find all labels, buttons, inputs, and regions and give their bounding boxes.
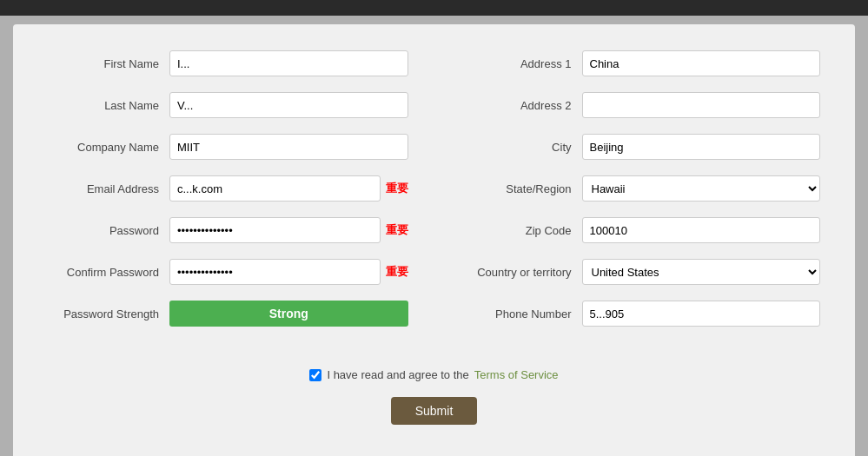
email-input-wrapper: 重要: [169, 175, 408, 202]
confirm-password-badge: 重要: [386, 264, 408, 280]
terms-of-service-link[interactable]: Terms of Service: [474, 368, 559, 381]
phone-number-input[interactable]: [582, 301, 821, 327]
row-address1: Address 1: [461, 50, 821, 76]
email-address-input[interactable]: [169, 175, 381, 202]
confirm-password-input-wrapper: 重要: [169, 259, 408, 285]
row-password-strength: Password Strength Strong: [48, 301, 408, 327]
submit-button[interactable]: Submit: [391, 397, 478, 425]
zip-code-input[interactable]: [582, 217, 821, 243]
company-name-input[interactable]: [169, 134, 408, 160]
row-company-name: Company Name: [48, 134, 408, 160]
label-address1: Address 1: [461, 57, 582, 70]
label-confirm-password: Confirm Password: [48, 266, 169, 279]
password-input[interactable]: [169, 217, 381, 243]
label-city: City: [461, 141, 582, 154]
form-left: First Name Last Name Company Name Email …: [48, 50, 408, 342]
label-password-strength: Password Strength: [48, 307, 169, 321]
row-country: Country or territory United States China…: [461, 259, 821, 285]
submit-button-label: Submit: [415, 404, 454, 418]
label-state-region: State/Region: [461, 182, 582, 195]
row-phone-number: Phone Number: [461, 301, 821, 327]
row-state-region: State/Region Hawaii California New York …: [461, 175, 821, 202]
confirm-password-input[interactable]: [169, 259, 381, 285]
city-input[interactable]: [582, 134, 821, 160]
password-strength-text: Strong: [269, 307, 308, 321]
address1-input[interactable]: [582, 50, 821, 76]
first-name-input[interactable]: [169, 50, 408, 76]
form-right: Address 1 Address 2 City State/Region Ha…: [461, 50, 821, 342]
label-address2: Address 2: [461, 99, 582, 112]
last-name-input[interactable]: [169, 92, 408, 118]
row-confirm-password: Confirm Password 重要: [48, 259, 408, 285]
email-badge: 重要: [386, 181, 408, 196]
label-last-name: Last Name: [48, 99, 169, 112]
label-password: Password: [48, 224, 169, 237]
terms-row: I have read and agree to the Terms of Se…: [309, 368, 558, 381]
state-region-select[interactable]: Hawaii California New York Texas Other: [582, 175, 821, 202]
password-input-wrapper: 重要: [169, 217, 408, 243]
row-city: City: [461, 134, 821, 160]
row-first-name: First Name: [48, 50, 408, 76]
label-zip-code: Zip Code: [461, 224, 582, 237]
password-strength-bar: Strong: [169, 301, 408, 327]
bottom-section: I have read and agree to the Terms of Se…: [48, 368, 820, 425]
label-company-name: Company Name: [48, 141, 169, 154]
label-country: Country or territory: [461, 266, 582, 279]
main-container: First Name Last Name Company Name Email …: [13, 24, 855, 456]
label-phone-number: Phone Number: [461, 307, 582, 321]
row-email-address: Email Address 重要: [48, 175, 408, 202]
label-first-name: First Name: [48, 57, 169, 70]
row-zip-code: Zip Code: [461, 217, 821, 243]
terms-prefix-text: I have read and agree to the: [327, 368, 468, 381]
country-select[interactable]: United States China United Kingdom Canad…: [582, 259, 821, 285]
terms-checkbox[interactable]: [309, 369, 321, 381]
top-bar: [0, 0, 868, 16]
form-wrapper: First Name Last Name Company Name Email …: [48, 50, 820, 342]
label-email-address: Email Address: [48, 182, 169, 195]
row-address2: Address 2: [461, 92, 821, 118]
row-last-name: Last Name: [48, 92, 408, 118]
row-password: Password 重要: [48, 217, 408, 243]
address2-input[interactable]: [582, 92, 821, 118]
password-badge: 重要: [386, 222, 408, 238]
